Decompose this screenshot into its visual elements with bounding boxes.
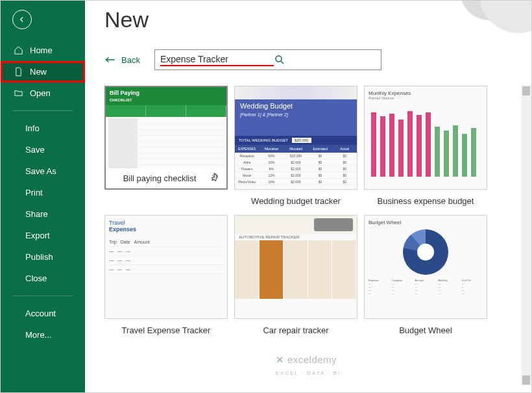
pin-icon[interactable] <box>211 172 221 184</box>
template-thumbnail: Bill PayingCHECKLIST <box>104 86 228 190</box>
template-wedding-budget-tracker[interactable]: Wedding Budget [Partner 1] & [Partner 2]… <box>234 86 357 206</box>
home-icon <box>14 45 23 55</box>
search-box[interactable] <box>154 49 381 70</box>
template-label: Budget Wheel <box>364 319 487 335</box>
back-button[interactable] <box>12 10 32 29</box>
template-label: Business expense budget <box>364 190 487 206</box>
scrollbar-vertical[interactable] <box>521 85 531 386</box>
template-thumbnail: Monthly Expenses Planned Variance <box>364 86 487 190</box>
template-business-expense-budget[interactable]: Monthly Expenses Planned Variance Busine… <box>364 86 487 206</box>
nav-print[interactable]: Print <box>1 182 85 203</box>
template-label: Wedding budget tracker <box>234 190 357 206</box>
arrow-left-icon <box>104 55 116 64</box>
nav-open[interactable]: Open <box>1 82 85 104</box>
backstage-sidebar: Home New Open Info Save Save As Print Sh… <box>1 1 85 392</box>
main-panel: New Back Bill PayingCHECKLIST <box>85 1 531 392</box>
template-thumbnail: Wedding Budget [Partner 1] & [Partner 2]… <box>234 86 357 190</box>
nav-info[interactable]: Info <box>1 118 85 139</box>
svg-point-0 <box>276 56 282 62</box>
separator <box>12 296 73 296</box>
template-travel-expense-tracker[interactable]: Travel Expenses TripDateAmount ——— ——— —… <box>104 215 228 335</box>
search-input[interactable] <box>160 54 274 64</box>
template-bill-paying-checklist[interactable]: Bill PayingCHECKLIST <box>104 86 228 206</box>
nav-publish[interactable]: Publish <box>1 246 85 268</box>
nav-more[interactable]: More... <box>1 324 85 346</box>
nav-save[interactable]: Save <box>1 139 85 160</box>
scroll-up-button[interactable] <box>522 86 530 95</box>
template-budget-wheel[interactable]: Budget Wheel Expense———— Category———— Am… <box>364 215 487 335</box>
document-icon <box>14 67 23 77</box>
nav-close[interactable]: Close <box>1 268 85 289</box>
template-thumbnail: AUTOMOTIVE REPAIR TRACKER <box>234 215 357 319</box>
nav-label: New <box>30 67 47 77</box>
back-link[interactable]: Back <box>104 55 140 65</box>
nav-saveas[interactable]: Save As <box>1 160 85 182</box>
search-icon[interactable] <box>274 54 285 66</box>
folder-open-icon <box>14 88 23 98</box>
nav-account[interactable]: Account <box>1 303 85 324</box>
nav-share[interactable]: Share <box>1 203 85 225</box>
template-label: Bill paying checklist <box>123 173 197 183</box>
nav-label: Open <box>30 88 51 98</box>
nav-new[interactable]: New <box>1 61 85 82</box>
separator <box>12 110 73 111</box>
template-thumbnail: Travel Expenses TripDateAmount ——— ——— —… <box>104 215 228 319</box>
nav-home[interactable]: Home <box>1 40 85 61</box>
template-thumbnail: Budget Wheel Expense———— Category———— Am… <box>364 215 487 319</box>
template-label: Car repair tracker <box>234 319 357 335</box>
template-label: Travel Expense Tracker <box>104 319 228 335</box>
back-label: Back <box>121 55 140 65</box>
nav-export[interactable]: Export <box>1 225 85 246</box>
nav-label: Home <box>30 45 53 55</box>
template-car-repair-tracker[interactable]: AUTOMOTIVE REPAIR TRACKER Car repair tra… <box>234 215 357 335</box>
corner-decoration <box>434 1 531 53</box>
scroll-down-button[interactable] <box>522 375 530 385</box>
